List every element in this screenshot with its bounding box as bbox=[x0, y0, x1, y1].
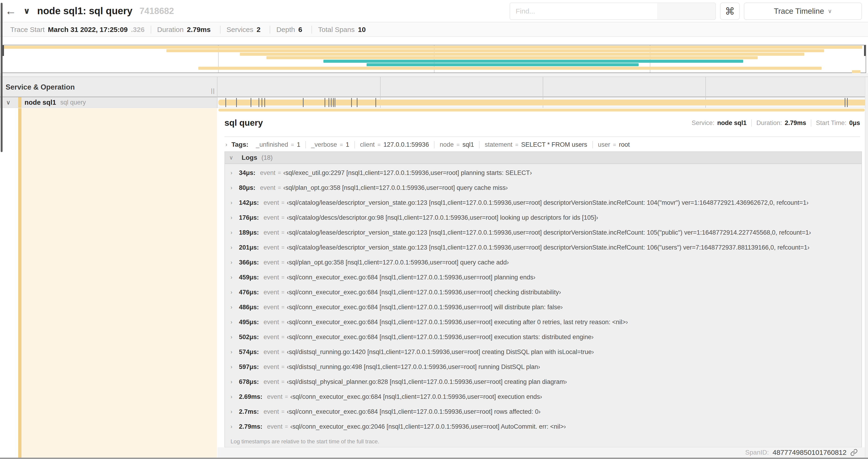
tag-item: statement = SELECT * FROM users bbox=[479, 141, 592, 148]
logs-title: Logs bbox=[242, 154, 257, 161]
log-row[interactable]: › 2.79ms: event = ‹sql/conn_executor_exe… bbox=[225, 419, 862, 434]
log-expand-chevron-icon[interactable]: › bbox=[230, 185, 239, 191]
log-expand-chevron-icon[interactable]: › bbox=[230, 424, 239, 430]
log-row[interactable]: › 486μs: event = ‹sql/conn_executor_exec… bbox=[225, 300, 862, 315]
span-detail-title: sql query bbox=[224, 118, 263, 128]
log-row[interactable]: › 34μs: event = ‹sql/exec_util.go:2297 [… bbox=[225, 165, 862, 180]
log-row[interactable]: › 2.69ms: event = ‹sql/conn_executor_exe… bbox=[225, 389, 862, 404]
span-collapse-chevron-icon[interactable]: ∨ bbox=[6, 99, 10, 106]
log-row[interactable]: › 597μs: event = ‹sql/distsql_running.go… bbox=[225, 359, 862, 374]
log-expand-chevron-icon[interactable]: › bbox=[230, 215, 239, 221]
log-row[interactable]: › 366μs: event = ‹sql/plan_opt.go:358 [n… bbox=[225, 255, 862, 270]
find-input[interactable] bbox=[510, 3, 657, 19]
span-detail-panel: sql query Service: node sql1 Duration: 2… bbox=[217, 111, 868, 447]
log-row[interactable]: › 502μs: event = ‹sql/conn_executor_exec… bbox=[225, 330, 862, 345]
tag-item: _unfinished = 1 bbox=[251, 141, 306, 148]
log-expand-chevron-icon[interactable]: › bbox=[230, 394, 239, 400]
log-row[interactable]: › 2.7ms: event = ‹sql/conn_executor_exec… bbox=[225, 404, 862, 419]
log-expand-chevron-icon[interactable]: › bbox=[230, 304, 239, 310]
back-arrow-icon[interactable]: ← bbox=[5, 5, 16, 17]
log-expand-chevron-icon[interactable]: › bbox=[230, 408, 239, 415]
log-marker-tick bbox=[303, 98, 304, 107]
service-operation-header: Service & Operation bbox=[0, 77, 217, 97]
tags-expand-chevron-icon[interactable]: › bbox=[225, 141, 227, 148]
tags-list: _unfinished = 1 _verbose = 1 client = 12… bbox=[251, 141, 635, 148]
meta-item: Service: node sql1 bbox=[687, 120, 751, 127]
logs-header[interactable]: ∨ Logs (18) bbox=[225, 152, 862, 164]
log-marker-tick bbox=[357, 98, 358, 107]
span-row-service[interactable]: ∨ node sql1 sql query bbox=[0, 97, 217, 108]
vertical-scrollbar[interactable] bbox=[865, 77, 868, 458]
summary-item: Trace Start March 31 2022, 17:25:09 .326 bbox=[4, 26, 151, 34]
log-expand-chevron-icon[interactable]: › bbox=[230, 349, 239, 355]
trace-id: 7418682 bbox=[140, 6, 174, 16]
summary-item: Services 2 bbox=[220, 26, 270, 34]
trace-title-group: ← ∨ node sql1: sql query 7418682 bbox=[5, 0, 174, 22]
deep-link-icon[interactable] bbox=[850, 449, 858, 456]
ruler-gridline bbox=[380, 77, 380, 97]
log-expand-chevron-icon[interactable]: › bbox=[230, 379, 239, 385]
log-row[interactable]: › 189μs: event = ‹sql/catalog/lease/desc… bbox=[225, 225, 862, 240]
span-id-footer: SpanID: 4877749850101760812 bbox=[217, 447, 868, 458]
minimap-span-bar bbox=[240, 53, 805, 56]
tag-item: user = root bbox=[592, 141, 635, 148]
logs-collapse-chevron-icon[interactable]: ∨ bbox=[229, 154, 233, 161]
log-row[interactable]: › 574μs: event = ‹sql/distsql_running.go… bbox=[225, 345, 862, 359]
trace-title: node sql1: sql query bbox=[37, 5, 132, 17]
summary-item: Depth 6 bbox=[270, 26, 311, 34]
span-detail-meta: Service: node sql1 Duration: 2.79ms Star… bbox=[687, 120, 860, 127]
log-marker-tick bbox=[847, 98, 848, 107]
minimap-span-bar bbox=[198, 67, 822, 70]
span-row-timeline[interactable] bbox=[217, 97, 868, 108]
column-resize-grip[interactable]: || bbox=[211, 87, 215, 94]
find-icon-group bbox=[657, 3, 715, 19]
log-row[interactable]: › 80μs: event = ‹sql/plan_opt.go:358 [ns… bbox=[225, 180, 862, 195]
logs-section: ∨ Logs (18) › 34μs: event = ‹sql/exec_ut… bbox=[224, 151, 862, 448]
log-row[interactable]: › 142μs: event = ‹sql/catalog/lease/desc… bbox=[225, 195, 862, 210]
span-duration-bar[interactable] bbox=[218, 100, 867, 105]
minimap-canvas[interactable] bbox=[2, 45, 866, 73]
scrollbar-thumb[interactable] bbox=[1, 3, 3, 152]
log-row[interactable]: › 176μs: event = ‹sql/catalog/descs/desc… bbox=[225, 210, 862, 225]
log-expand-chevron-icon[interactable]: › bbox=[230, 259, 239, 266]
tag-item: _verbose = 1 bbox=[305, 141, 354, 148]
header-controls: ⌘ Trace Timeline ∨ bbox=[509, 3, 862, 20]
log-expand-chevron-icon[interactable]: › bbox=[230, 334, 239, 340]
find-group bbox=[509, 3, 716, 20]
log-expand-chevron-icon[interactable]: › bbox=[230, 274, 239, 281]
log-expand-chevron-icon[interactable]: › bbox=[230, 319, 239, 325]
keyboard-shortcuts-button[interactable]: ⌘ bbox=[720, 3, 740, 20]
log-row[interactable]: › 201μs: event = ‹sql/catalog/lease/desc… bbox=[225, 240, 862, 255]
chevron-down-icon: ∨ bbox=[828, 8, 832, 14]
meta-item: Start Time: 0μs bbox=[811, 120, 860, 127]
minimap-left-scrubber-handle[interactable] bbox=[2, 45, 4, 56]
timeline-ruler bbox=[217, 77, 868, 97]
log-marker-tick bbox=[335, 98, 335, 107]
log-marker-tick bbox=[225, 98, 226, 107]
collapse-controls bbox=[173, 77, 204, 97]
minimap-span-bar bbox=[166, 49, 824, 52]
log-expand-chevron-icon[interactable]: › bbox=[230, 289, 239, 296]
log-marker-tick bbox=[324, 98, 325, 107]
log-expand-chevron-icon[interactable]: › bbox=[230, 364, 239, 370]
trace-collapse-chevron-icon[interactable]: ∨ bbox=[23, 6, 30, 16]
ruler-gridline bbox=[543, 77, 543, 97]
meta-item: Duration: 2.79ms bbox=[751, 120, 811, 127]
log-row[interactable]: › 678μs: event = ‹sql/distsql_physical_p… bbox=[225, 374, 862, 389]
minimap-span-bar bbox=[323, 60, 743, 63]
log-row[interactable]: › 459μs: event = ‹sql/conn_executor_exec… bbox=[225, 270, 862, 285]
tags-row[interactable]: › Tags: _unfinished = 1 _verbose = 1 cli… bbox=[225, 139, 860, 151]
log-row[interactable]: › 495μs: event = ‹sql/conn_executor_exec… bbox=[225, 315, 862, 330]
log-expand-chevron-icon[interactable]: › bbox=[230, 230, 239, 236]
view-selector-dropdown[interactable]: Trace Timeline ∨ bbox=[744, 3, 862, 20]
log-marker-tick bbox=[331, 98, 332, 107]
log-expand-chevron-icon[interactable]: › bbox=[230, 244, 239, 251]
log-marker-tick bbox=[333, 98, 334, 107]
span-detail-header[interactable]: sql query Service: node sql1 Duration: 2… bbox=[224, 115, 860, 131]
tag-item: client = 127.0.0.1:59936 bbox=[354, 141, 434, 148]
log-marker-tick bbox=[258, 98, 259, 107]
minimap-right-scrubber-handle[interactable] bbox=[864, 45, 866, 56]
log-row[interactable]: › 476μs: event = ‹sql/conn_executor_exec… bbox=[225, 285, 862, 300]
log-expand-chevron-icon[interactable]: › bbox=[230, 200, 239, 206]
log-expand-chevron-icon[interactable]: › bbox=[230, 170, 239, 176]
